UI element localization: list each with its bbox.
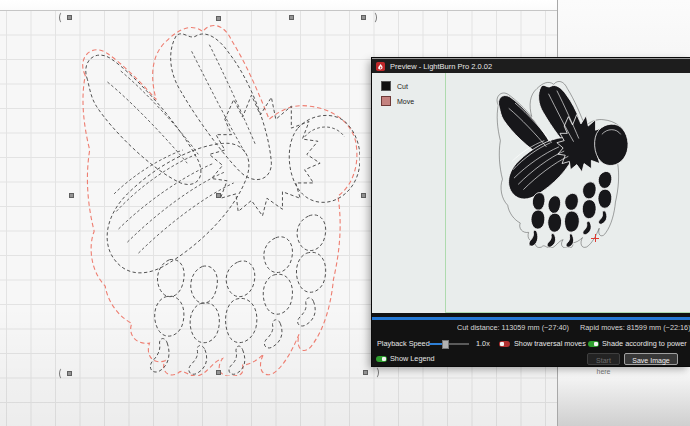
show-legend-label: Show Legend [390, 353, 435, 365]
start-here-button[interactable]: Start here [587, 353, 620, 365]
canvas-top-margin [0, 0, 557, 11]
screen: { "window": { "title": "Preview - LightB… [0, 0, 690, 426]
move-label: Move [397, 98, 414, 105]
show-traversal-moves-label: Show traversal moves [514, 338, 586, 350]
selection-handle[interactable] [361, 15, 366, 20]
legend-item-move: Move [381, 96, 414, 106]
legend-item-cut: Cut [381, 81, 414, 91]
selection-handle[interactable] [216, 370, 221, 375]
cut-label: Cut [397, 83, 408, 90]
cut-color-swatch [381, 81, 391, 91]
selection-handle[interactable] [361, 193, 366, 198]
slider-handle[interactable] [442, 340, 449, 349]
rotate-corner-mark[interactable] [368, 11, 377, 24]
selection-handle[interactable] [289, 15, 294, 20]
shade-according-to-power-toggle[interactable] [588, 341, 599, 347]
preview-viewport[interactable]: Cut Move [372, 73, 690, 313]
preview-control-panel: Cut distance: 113059 mm (~27:40) Rapid m… [372, 313, 690, 366]
playback-speed-slider[interactable] [429, 338, 469, 350]
shade-according-to-power-label: Shade according to power [602, 338, 687, 350]
move-color-swatch [381, 96, 391, 106]
toggle-knob [594, 342, 598, 346]
workspace-side-area-lower [558, 366, 690, 426]
playback-progress-bar[interactable] [372, 317, 690, 320]
playback-speed-value: 1.0x [476, 338, 490, 350]
bee-preview-render [492, 76, 628, 248]
laser-position-crosshair [591, 234, 599, 242]
rotate-corner-mark[interactable] [370, 366, 379, 379]
lightburn-logo-icon [376, 62, 385, 71]
slider-fill [429, 343, 443, 345]
show-legend-toggle[interactable] [376, 356, 387, 362]
rapid-moves-text: Rapid moves: 81599 mm (~22:16) [580, 323, 690, 332]
show-traversal-moves-toggle[interactable] [499, 341, 510, 347]
selection-handle[interactable] [67, 15, 72, 20]
toggle-knob [500, 342, 504, 346]
preview-window-titlebar[interactable]: Preview - LightBurn Pro 2.0.02 [372, 58, 690, 73]
save-image-button[interactable]: Save Image [624, 353, 678, 365]
selection-handle[interactable] [216, 16, 221, 21]
preview-window: Preview - LightBurn Pro 2.0.02 Cut Move [372, 58, 690, 366]
work-area-boundary-vertical [445, 73, 446, 313]
cut-distance-text: Cut distance: 113059 mm (~27:40) [457, 323, 569, 332]
statistics-bar: Cut distance: 113059 mm (~27:40) Rapid m… [457, 323, 690, 332]
preview-legend: Cut Move [381, 81, 414, 111]
selection-handle[interactable] [363, 370, 368, 375]
preview-window-title: Preview - LightBurn Pro 2.0.02 [390, 62, 492, 71]
toggle-knob [382, 357, 386, 361]
bee-vector-art [492, 76, 628, 248]
selection-handle[interactable] [69, 193, 74, 198]
playback-speed-label: Playback Speed [377, 338, 430, 350]
selection-handle[interactable] [67, 371, 72, 376]
selection-center-handle[interactable] [216, 193, 221, 198]
bottom-controls-row: Show Legend Start here Save Image [372, 353, 690, 365]
playback-controls-row: Playback Speed 1.0x Show traversal moves… [372, 338, 690, 350]
